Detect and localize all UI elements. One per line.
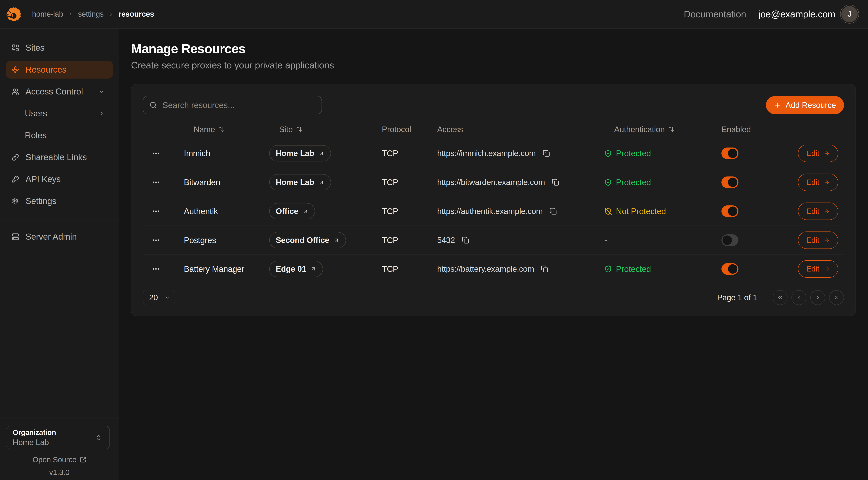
toggle-knob: [722, 236, 732, 245]
site-link[interactable]: Second Office: [269, 232, 346, 248]
protocol-cell: TCP: [377, 148, 432, 158]
enabled-toggle[interactable]: [721, 148, 739, 159]
edit-button[interactable]: Edit: [798, 174, 838, 191]
topbar-right: Documentation joe@example.com J: [684, 5, 859, 24]
resource-name-text: Immich: [184, 148, 210, 158]
edit-button-label: Edit: [806, 178, 819, 187]
enabled-toggle[interactable]: [721, 234, 739, 246]
resource-name-text: Authentik: [184, 206, 218, 216]
sidebar-item-shareable-links[interactable]: Shareable Links: [6, 148, 113, 166]
first-page-button[interactable]: [773, 290, 787, 305]
gear-icon: [12, 198, 19, 205]
breadcrumb-settings[interactable]: settings: [78, 10, 104, 19]
organization-label: Organization: [13, 428, 56, 437]
toggle-knob: [728, 207, 737, 216]
access-cell: https://immich.example.com: [432, 149, 599, 158]
server-icon: [12, 233, 19, 240]
avatar[interactable]: J: [840, 5, 859, 24]
site-link[interactable]: Office: [269, 203, 315, 219]
copy-icon: [541, 265, 548, 273]
resource-name: Postgres: [179, 235, 264, 245]
chevron-down-icon: [165, 295, 170, 300]
breadcrumb-home-lab[interactable]: home-lab: [32, 10, 63, 19]
copy-button[interactable]: [550, 208, 557, 215]
edit-button-label: Edit: [806, 236, 819, 244]
row-menu-button[interactable]: [152, 207, 160, 215]
row-actions-cell: [143, 265, 179, 273]
add-resource-button[interactable]: Add Resource: [766, 96, 844, 114]
copy-icon: [552, 179, 559, 186]
organization-selector[interactable]: Organization Home Lab: [6, 426, 110, 449]
toggle-knob: [728, 264, 737, 274]
row-menu-button[interactable]: [152, 236, 160, 244]
pangolin-logo-icon[interactable]: [6, 7, 21, 21]
edit-cell: Edit: [778, 174, 844, 191]
sidebar-item-access-control[interactable]: Access Control: [6, 83, 113, 100]
resources-card: Add Resource Name Site Protocol Access: [131, 84, 856, 316]
open-source-link[interactable]: Open Source: [0, 455, 119, 464]
more-horizontal-icon: [152, 178, 160, 186]
edit-button[interactable]: Edit: [798, 232, 838, 249]
sidebar-item-roles[interactable]: Roles: [6, 126, 113, 144]
external-link-icon: [80, 456, 86, 463]
next-page-button[interactable]: [810, 290, 825, 305]
copy-button[interactable]: [541, 265, 548, 273]
copy-button[interactable]: [542, 150, 550, 157]
th-name[interactable]: Name: [179, 125, 264, 134]
site-link[interactable]: Home Lab: [269, 174, 331, 190]
sidebar-item-resources[interactable]: Resources: [6, 61, 113, 79]
prev-page-button[interactable]: [792, 290, 806, 305]
row-actions-cell: [143, 236, 179, 244]
site-link[interactable]: Edge 01: [269, 261, 323, 277]
edit-button[interactable]: Edit: [798, 203, 838, 220]
site-cell: Second Office: [264, 232, 377, 248]
copy-button[interactable]: [462, 237, 469, 244]
page-size-select[interactable]: 20: [143, 290, 175, 305]
row-menu-button[interactable]: [152, 178, 160, 186]
users-icon: [12, 88, 19, 95]
arrow-right-icon: [824, 179, 830, 185]
user-email[interactable]: joe@example.com: [758, 9, 835, 20]
enabled-cell: [716, 205, 778, 217]
edit-button[interactable]: Edit: [798, 145, 838, 162]
last-page-button[interactable]: [829, 290, 844, 305]
row-actions-cell: [143, 149, 179, 157]
table-row: Battery Manager Edge 01 TCP https://batt…: [143, 254, 844, 283]
enabled-toggle[interactable]: [721, 263, 739, 275]
sidebar-item-settings[interactable]: Settings: [6, 192, 113, 210]
sidebar-item-server-admin[interactable]: Server Admin: [6, 228, 113, 246]
protocol-cell: TCP: [377, 177, 432, 187]
edit-button-label: Edit: [806, 149, 819, 158]
copy-icon: [462, 237, 469, 244]
enabled-toggle[interactable]: [721, 177, 739, 188]
protocol-text: TCP: [382, 177, 398, 187]
copy-button[interactable]: [552, 179, 559, 186]
th-access: Access: [432, 125, 599, 134]
key-icon: [12, 176, 19, 183]
authentication-cell: -: [599, 235, 716, 245]
search-input[interactable]: [162, 100, 315, 110]
documentation-link[interactable]: Documentation: [684, 9, 746, 20]
shield-check-icon: [604, 178, 612, 186]
arrow-right-icon: [824, 237, 830, 243]
sidebar-footer-divider: [0, 418, 119, 418]
breadcrumb-resources[interactable]: resources: [118, 10, 154, 19]
th-site[interactable]: Site: [264, 125, 377, 134]
enabled-toggle[interactable]: [721, 205, 739, 217]
sidebar-item-users[interactable]: Users: [6, 104, 113, 122]
chevron-left-icon: [796, 295, 802, 301]
edit-cell: Edit: [778, 145, 844, 162]
link-icon: [12, 154, 19, 161]
th-authentication[interactable]: Authentication: [599, 125, 716, 134]
edit-button[interactable]: Edit: [798, 260, 838, 278]
auth-status-text: -: [604, 235, 607, 245]
auth-status: Protected: [604, 148, 651, 158]
edit-cell: Edit: [778, 232, 844, 249]
row-menu-button[interactable]: [152, 149, 160, 157]
sidebar-item-api-keys[interactable]: API Keys: [6, 170, 113, 188]
page-title: Manage Resources: [131, 41, 856, 56]
site-link[interactable]: Home Lab: [269, 145, 331, 161]
row-actions-cell: [143, 207, 179, 215]
sidebar-item-sites[interactable]: Sites: [6, 39, 113, 57]
row-menu-button[interactable]: [152, 265, 160, 273]
